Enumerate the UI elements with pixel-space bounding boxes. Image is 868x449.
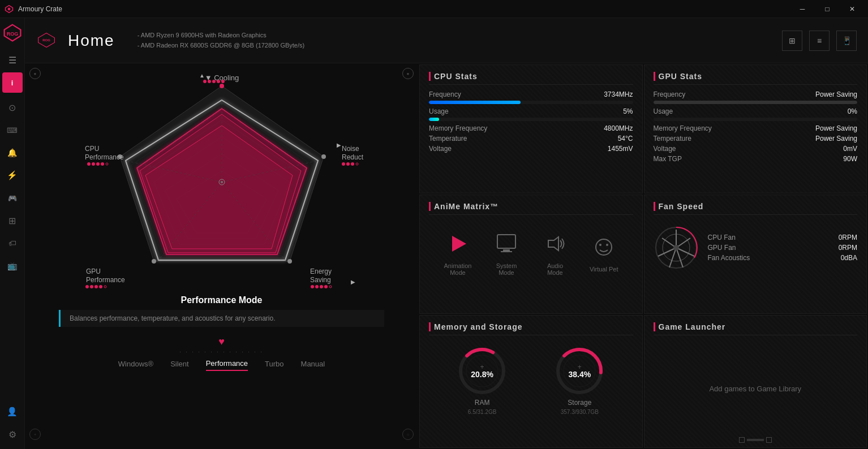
- svg-text:Noise: Noise: [342, 145, 359, 153]
- svg-point-60: [208, 80, 211, 83]
- gpu-frequency-label: Frequency: [654, 90, 686, 98]
- anime-indicator: [429, 202, 431, 211]
- anime-audio-mode[interactable]: AudioMode: [541, 230, 569, 276]
- dots-decoration: · · · · · · · · · · · · · ·: [179, 349, 264, 355]
- cpu-fan-row: CPU Fan 0RPM: [708, 234, 858, 241]
- top-right-control[interactable]: ●: [402, 68, 414, 79]
- svg-point-42: [96, 162, 100, 166]
- memory-indicator: [429, 322, 431, 331]
- fan-acoustics-row: Fan Acoustics 0dBA: [708, 254, 858, 262]
- cpu-usage-bar-container: [429, 118, 633, 121]
- cpu-info: AMD Ryzen 9 6900HS with Radeon Graphics: [137, 31, 304, 41]
- storage-gauge-center: + 38.4%: [569, 363, 591, 379]
- header-system-info: AMD Ryzen 9 6900HS with Radeon Graphics …: [137, 31, 304, 50]
- layout-grid-button[interactable]: ⊞: [782, 31, 802, 51]
- top-left-control[interactable]: ●: [29, 68, 41, 79]
- game-launcher-header: Game Launcher: [654, 322, 858, 335]
- cpu-voltage-label: Voltage: [429, 145, 452, 153]
- svg-text:Saving: Saving: [310, 276, 331, 284]
- sidebar-item-menu[interactable]: ☰: [2, 50, 23, 70]
- svg-point-26: [152, 259, 156, 264]
- layout-list-button[interactable]: ≡: [809, 31, 830, 51]
- maximize-button[interactable]: □: [816, 0, 839, 18]
- svg-point-44: [106, 163, 108, 165]
- svg-point-43: [101, 162, 104, 166]
- svg-text:▶: ▶: [337, 142, 341, 148]
- virtual-pet-label: Virtual Pet: [590, 266, 618, 273]
- gpu-mem-freq-row: Memory Frequency Power Saving: [654, 124, 858, 132]
- sidebar-item-circle[interactable]: ⊙: [2, 97, 23, 118]
- sidebar-item-home[interactable]: i: [2, 72, 23, 93]
- fan-visual: [654, 225, 699, 270]
- cpu-frequency-bar: [429, 101, 521, 104]
- fan-content: CPU Fan 0RPM GPU Fan 0RPM Fan Acoustics …: [654, 221, 858, 275]
- rog-icon: [5, 5, 14, 14]
- cpu-frequency-label: Frequency: [429, 90, 461, 98]
- sidebar-item-gamepad[interactable]: 🎮: [2, 188, 23, 208]
- mode-tab-windows[interactable]: Windows®: [118, 360, 153, 370]
- sidebar-item-user[interactable]: 👤: [2, 401, 23, 422]
- mode-tab-manual[interactable]: Manual: [301, 360, 325, 370]
- sidebar-item-lightning[interactable]: ⚡: [2, 165, 23, 185]
- gpu-fan-label: GPU Fan: [708, 244, 736, 252]
- left-panel: ● ●: [25, 63, 418, 449]
- sidebar-item-settings[interactable]: ⚙: [2, 424, 23, 444]
- svg-point-62: [217, 80, 220, 83]
- bottom-left-icon[interactable]: +: [29, 429, 41, 440]
- gpu-usage-row: Usage 0%: [654, 107, 858, 115]
- cpu-mem-freq-value: 4800MHz: [604, 124, 633, 132]
- header: ROG Home AMD Ryzen 9 6900HS with Radeon …: [25, 18, 868, 63]
- titlebar-left: Armoury Crate: [5, 5, 62, 14]
- performance-pentagon: ▼ Cooling Noise Reduction Energy Saving …: [80, 69, 363, 312]
- minimize-button[interactable]: ─: [791, 0, 814, 18]
- cpu-mem-freq-row: Memory Frequency 4800MHz: [429, 124, 633, 132]
- svg-point-61: [212, 80, 216, 83]
- svg-point-45: [342, 162, 345, 166]
- gpu-mem-freq-label: Memory Frequency: [654, 124, 712, 132]
- layout-mobile-button[interactable]: 📱: [836, 31, 857, 51]
- mode-tabs: Windows® Silent Performance Turbo Manual: [118, 359, 325, 371]
- audio-icon: [541, 230, 569, 258]
- sidebar-item-tag[interactable]: 🏷: [2, 233, 23, 253]
- sidebar: ROG ☰ i ⊙ ⌨ 🔔 ⚡ 🎮 ⊞ 🏷 📺 👤 ⚙: [0, 18, 25, 449]
- gpu-usage-label: Usage: [654, 107, 673, 115]
- mode-tab-silent[interactable]: Silent: [170, 360, 189, 370]
- gpu-usage-value: 0%: [848, 107, 857, 115]
- sidebar-item-sliders[interactable]: ⊞: [2, 210, 23, 231]
- anime-icons-container: AnimationMode SystemMode: [429, 221, 633, 285]
- heart-icon: ♥: [218, 336, 225, 348]
- anime-virtual-pet[interactable]: Virtual Pet: [590, 233, 618, 273]
- svg-point-55: [90, 285, 93, 288]
- svg-point-81: [673, 245, 679, 251]
- svg-point-53: [329, 286, 332, 288]
- mode-tab-performance[interactable]: Performance: [206, 359, 248, 371]
- system-icon: [492, 230, 521, 258]
- svg-text:Energy: Energy: [310, 267, 332, 275]
- anime-system-mode[interactable]: SystemMode: [492, 230, 521, 276]
- fan-speed-title: Fan Speed: [659, 202, 704, 211]
- storage-detail: 357.3/930.7GB: [561, 409, 599, 415]
- sidebar-item-notification[interactable]: 🔔: [2, 143, 23, 163]
- page-title: Home: [68, 32, 115, 50]
- cpu-stats-title: CPU Stats: [434, 72, 478, 81]
- svg-marker-64: [452, 236, 466, 252]
- anime-matrix-title: AniMe Matrix™: [434, 202, 499, 211]
- anime-animation-mode[interactable]: AnimationMode: [444, 230, 472, 276]
- fan-stats: CPU Fan 0RPM GPU Fan 0RPM Fan Acoustics …: [708, 231, 858, 264]
- anime-matrix-card: AniMe Matrix™ AnimationMode: [419, 195, 643, 313]
- pentagon-container: ▼ Cooling Noise Reduction Energy Saving …: [80, 69, 363, 312]
- gpu-frequency-bar-container: [654, 101, 858, 104]
- virtual-pet-icon: [590, 233, 618, 261]
- gpu-stats-title: GPU Stats: [659, 72, 702, 81]
- ram-detail: 6.5/31.2GB: [468, 409, 497, 415]
- storage-gauge-wrapper: + 38.4%: [554, 346, 605, 396]
- gpu-temp-label: Temperature: [654, 135, 691, 143]
- bottom-right-icon[interactable]: ○: [402, 429, 414, 440]
- game-indicator: [654, 322, 655, 331]
- sidebar-item-monitor[interactable]: 📺: [2, 256, 23, 276]
- mode-tab-turbo[interactable]: Turbo: [265, 360, 283, 370]
- sidebar-item-keyboard[interactable]: ⌨: [2, 120, 23, 140]
- close-button[interactable]: ✕: [841, 0, 863, 18]
- cpu-fan-value: 0RPM: [839, 234, 857, 241]
- cpu-usage-row: Usage 5%: [429, 107, 633, 115]
